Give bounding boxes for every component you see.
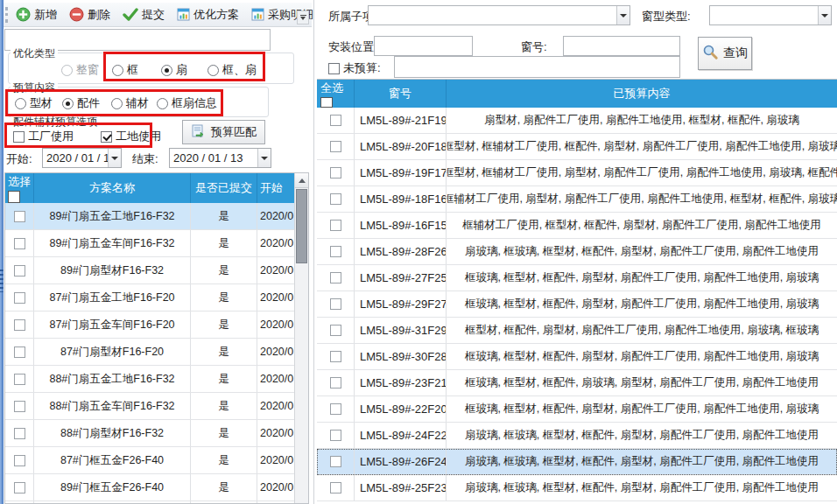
table-row[interactable]: LM5L-89#-22F20框玻璃, 框型材, 框配件, 扇型材, 扇配件工厂使… (317, 396, 837, 423)
table-row[interactable]: 89#门扇五金车间F16-F32是2020/0 (5, 230, 296, 257)
table-row[interactable]: LM5L-89#-18F16框辅材工厂使用, 扇型材, 扇配件工厂使用, 扇配件… (317, 186, 837, 213)
checkbox-icon[interactable] (14, 238, 25, 249)
delete-button[interactable]: 删除 (66, 5, 114, 24)
row-select-cell[interactable] (317, 186, 355, 212)
submitted-column-header[interactable]: 是否已提交 (191, 173, 257, 203)
unbudgeted-checkbox[interactable]: 未预算: (328, 60, 381, 76)
checkbox-icon[interactable] (330, 403, 341, 415)
table-row[interactable]: LM5L-89#-23F21框玻璃, 框型材, 框配件, 扇玻璃, 扇型材, 扇… (317, 370, 837, 396)
table-row[interactable]: 89#门扇型材F16-F32是2020/0 (5, 257, 296, 284)
plan-table-scrollbar[interactable] (294, 173, 308, 503)
radio-frame[interactable]: 框 (112, 62, 138, 78)
checkbox-icon[interactable] (330, 456, 341, 467)
sub-item-select[interactable] (368, 5, 630, 25)
checkbox-icon[interactable] (330, 430, 341, 441)
table-row[interactable]: LM5L-89#-29F27框玻璃, 框型材, 框配件, 扇型材, 扇配件工厂使… (317, 291, 837, 318)
end-date-combo[interactable]: 2020 / 01 / 13 (169, 148, 271, 168)
budget-content-column-header[interactable]: 已预算内容 (447, 80, 837, 108)
row-select-cell[interactable] (317, 449, 355, 474)
checkbox-icon[interactable] (14, 319, 25, 331)
row-select-cell[interactable] (5, 474, 34, 500)
radio-frame-sash-info[interactable]: 框扇信息 (157, 95, 217, 111)
checkbox-icon[interactable] (330, 272, 341, 284)
table-row[interactable]: 89#门扇五金工地F16-F32是2020/0 (5, 203, 296, 230)
table-row[interactable]: 87#门扇型材F16-F20是2020/0 (5, 339, 296, 366)
window-no-column-header[interactable]: 窗号 (355, 80, 447, 108)
table-row[interactable]: 88#门扇五金工地F16-F32是2020/0 (5, 366, 296, 393)
row-select-cell[interactable] (317, 396, 355, 422)
row-select-cell[interactable] (317, 108, 355, 133)
table-row[interactable]: LM5L-89#-28F26扇玻璃, 框玻璃, 框型材, 框配件, 扇型材, 扇… (317, 239, 837, 265)
toolbar-overflow-button[interactable] (297, 10, 309, 24)
row-select-cell[interactable] (5, 366, 34, 392)
start-column-header[interactable]: 开始 (257, 173, 296, 203)
table-row[interactable]: 88#门扇五金车间F16-F32是2020/0 (5, 393, 296, 420)
row-select-cell[interactable] (5, 230, 34, 256)
table-row[interactable]: LM5L-89#-26F24扇玻璃, 框玻璃, 框型材, 框配件, 扇型材, 扇… (317, 449, 837, 475)
table-row[interactable]: LM5L-89#-21F19扇型材, 扇配件工厂使用, 扇配件工地使用, 框型材… (317, 108, 837, 134)
row-select-cell[interactable] (5, 257, 34, 284)
window-no-field[interactable] (563, 36, 680, 56)
checkbox-icon[interactable] (330, 482, 341, 494)
row-select-cell[interactable] (5, 393, 34, 419)
row-select-cell[interactable] (5, 203, 34, 229)
submit-button[interactable]: 提交 (119, 5, 168, 24)
checkbox-icon[interactable] (14, 374, 25, 385)
checkbox-icon[interactable] (330, 246, 341, 257)
chevron-down-icon[interactable] (818, 6, 831, 24)
radio-whole-window[interactable]: 整窗 (61, 62, 99, 78)
checkbox-icon[interactable] (14, 482, 25, 494)
table-row[interactable]: LM5L-89#-19F17框型材, 框辅材工厂使用, 扇型材, 扇配件工厂使用… (317, 160, 837, 186)
chevron-down-icon[interactable] (616, 6, 630, 24)
row-select-cell[interactable] (317, 213, 355, 238)
chevron-down-icon[interactable] (257, 149, 271, 167)
select-all-checkbox[interactable] (320, 97, 333, 108)
checkbox-icon[interactable] (14, 346, 25, 358)
checkbox-icon[interactable] (330, 377, 341, 388)
install-position-field[interactable] (374, 36, 473, 56)
radio-sash[interactable]: 扇 (161, 62, 187, 78)
checkbox-icon[interactable] (330, 298, 341, 310)
optimize-plan-button[interactable]: 优化方案 (173, 5, 243, 24)
scroll-up-arrow-icon[interactable] (295, 173, 308, 188)
unbudgeted-field[interactable] (394, 56, 680, 78)
table-row[interactable]: 87#门扇五金车间F16-F20是2020/0 (5, 312, 296, 339)
table-row[interactable]: 88#门扇型材F16-F32是2020/0 (5, 420, 296, 447)
row-select-cell[interactable] (317, 291, 355, 317)
factory-use-checkbox[interactable]: 工厂使用 (13, 129, 74, 144)
row-select-cell[interactable] (5, 339, 34, 365)
checkbox-icon[interactable] (14, 428, 25, 439)
table-row[interactable]: LM5L-89#-24F22扇玻璃, 框玻璃, 框型材, 框配件, 扇型材, 扇… (317, 423, 837, 449)
checkbox-icon[interactable] (14, 292, 25, 304)
checkbox-icon[interactable] (14, 211, 25, 222)
table-row[interactable]: LM5L-89#-16F15框辅材工厂使用, 框型材, 框配件, 扇型材, 扇配… (317, 213, 837, 239)
row-select-cell[interactable] (317, 370, 355, 396)
row-select-cell[interactable] (5, 312, 34, 338)
row-select-cell[interactable] (317, 475, 355, 500)
radio-profile[interactable]: 型材 (15, 95, 53, 111)
checkbox-icon[interactable] (330, 115, 341, 126)
checkbox-icon[interactable] (330, 325, 341, 336)
table-row[interactable]: LM5L-89#-31F29框型材, 框配件, 扇型材, 扇配件工厂使用, 扇配… (317, 318, 837, 344)
checkbox-icon[interactable] (330, 193, 341, 205)
checkbox-icon[interactable] (330, 141, 341, 152)
select-all-checkbox[interactable] (8, 191, 20, 203)
plan-name-column-header[interactable]: 方案名称 (34, 173, 191, 203)
row-select-cell[interactable] (5, 420, 34, 446)
checkbox-icon[interactable] (14, 455, 25, 466)
row-select-cell[interactable] (317, 134, 355, 159)
radio-auxiliary[interactable]: 辅材 (111, 95, 149, 111)
table-row[interactable]: 89#门框五金F26-F40是2020/0 (5, 474, 296, 501)
row-select-cell[interactable] (317, 423, 355, 448)
budget-match-button[interactable]: 预算匹配 (182, 120, 265, 144)
table-row[interactable]: 87#门框五金F26-F40是2020/0 (5, 447, 296, 474)
window-type-select[interactable] (709, 5, 832, 25)
row-select-cell[interactable] (5, 284, 34, 311)
table-row[interactable]: 87#门扇五金工地F16-F20是2020/0 (5, 284, 296, 312)
checkbox-icon[interactable] (14, 265, 25, 276)
radio-accessory[interactable]: 配件 (62, 95, 100, 111)
site-use-checkbox[interactable]: 工地使用 (101, 129, 161, 144)
row-select-cell[interactable] (317, 344, 355, 369)
checkbox-icon[interactable] (330, 167, 341, 178)
scrollbar-thumb[interactable] (296, 189, 307, 263)
